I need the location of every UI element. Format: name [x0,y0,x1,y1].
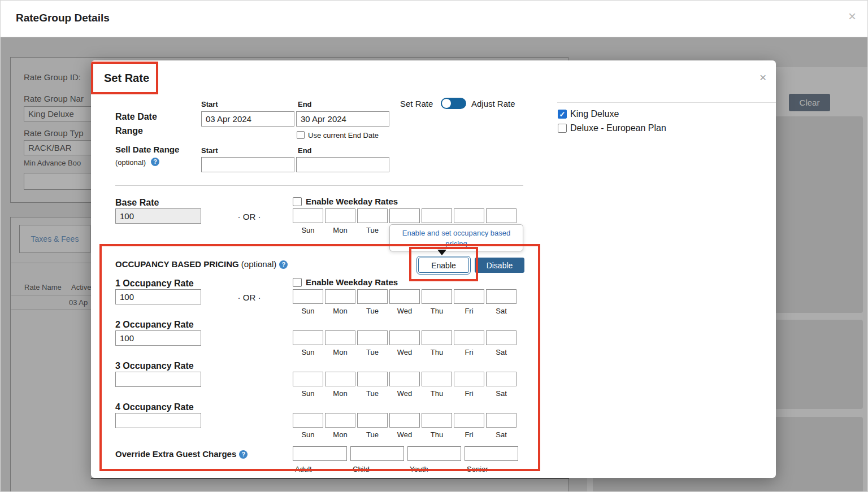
day-label: Wed [389,389,420,398]
occupancy-rate-input[interactable] [115,289,201,304]
occupancy-weekday-inputs [293,330,517,345]
weekday-rate-input[interactable] [422,413,452,428]
override-field-label: Adult [293,465,347,473]
day-label: Fri [454,348,484,356]
weekday-rate-input[interactable] [389,208,420,223]
occupancy-optional-label: (optional) [241,259,277,269]
weekday-rate-input[interactable] [454,289,484,304]
divider [115,185,523,186]
override-field-label: Youth [407,465,461,473]
day-label: Mon [325,307,355,315]
day-label: Sun [293,389,323,398]
weekday-rate-input[interactable] [486,208,517,223]
occupancy-help-icon[interactable]: ? [279,260,288,269]
weekday-rate-input[interactable] [454,330,484,345]
day-label: Tue [357,348,388,356]
day-label: Wed [389,430,420,439]
weekday-rate-input[interactable] [293,413,323,428]
weekday-rate-input[interactable] [454,372,484,386]
weekday-rate-input[interactable] [325,289,355,304]
divider [557,102,776,103]
weekday-rate-input[interactable] [325,330,355,345]
weekday-rate-input[interactable] [293,289,323,304]
weekday-rate-input[interactable] [454,413,484,428]
sell-date-help-icon[interactable]: ? [151,158,159,166]
weekday-rate-input[interactable] [325,372,355,386]
toggle-knob [442,99,451,108]
override-senior-input[interactable] [465,446,518,461]
override-youth-input[interactable] [407,446,461,461]
room-type-label: Deluxe - European Plan [570,123,666,133]
weekday-rate-input[interactable] [389,289,420,304]
weekday-rate-input[interactable] [486,330,517,345]
weekday-rate-input[interactable] [486,289,517,304]
weekday-rate-input[interactable] [357,372,388,386]
disable-button[interactable]: Disable [475,258,524,273]
weekday-rate-input[interactable] [325,413,355,428]
sell-date-start-label: Start [201,146,218,155]
day-label: Tue [357,307,388,315]
rate-date-end-input[interactable] [296,111,389,127]
day-label: Mon [325,389,355,398]
weekday-rate-input[interactable] [357,413,388,428]
occupancy-heading: OCCUPANCY BASED PRICING (optional)? [115,259,288,269]
weekday-rate-input[interactable] [389,372,420,386]
day-label: Mon [325,348,355,356]
close-icon[interactable]: × [848,8,856,24]
weekday-rate-input[interactable] [357,208,388,223]
occupancy-rate-input[interactable] [115,372,201,387]
modal-title: Set Rate [104,72,149,85]
room-type-checkbox-checked[interactable]: ✓ [558,110,567,119]
use-current-end-date-checkbox[interactable] [297,131,305,139]
room-type-checkbox[interactable] [558,124,567,133]
override-field-label: Senior [465,465,518,473]
occupancy-rate-input[interactable] [115,330,201,346]
rate-date-start-input[interactable] [201,111,294,127]
day-label: Fri [454,389,484,398]
override-adult-input[interactable] [293,446,347,461]
weekday-rate-input[interactable] [357,289,388,304]
weekday-rate-input[interactable] [422,330,452,345]
occupancy-weekday-rates-checkbox[interactable] [293,278,302,287]
day-label: Tue [357,226,388,234]
occupancy-weekday-labels: SunMonTueWedThuFriSat [293,307,517,315]
weekday-rate-input[interactable] [389,413,420,428]
weekday-rate-input[interactable] [293,208,323,223]
tooltip: Enable and set occupancy based pricing [389,224,523,251]
day-label: Fri [454,430,484,439]
day-label: Sun [293,307,323,315]
day-label: Wed [389,307,420,315]
set-rate-modal: Set Rate × Start End Rate Date Range Use… [91,60,776,478]
override-extra-guest-label: Override Extra Guest Charges? [115,449,248,459]
base-weekday-rates-checkbox[interactable] [293,197,302,206]
enable-button[interactable]: Enable [418,258,469,273]
sell-date-start-input[interactable] [201,157,294,172]
sell-date-end-input[interactable] [296,157,389,172]
occupancy-or-text: · OR · [232,293,266,302]
override-child-input[interactable] [350,446,404,461]
weekday-rate-input[interactable] [422,372,452,386]
day-label: Sun [293,348,323,356]
weekday-rate-input[interactable] [325,208,355,223]
weekday-rate-input[interactable] [454,208,484,223]
day-label: Thu [422,348,452,356]
weekday-rate-input[interactable] [486,413,517,428]
rate-mode-toggle[interactable] [441,98,466,109]
weekday-rate-input[interactable] [486,372,517,386]
occupancy-weekday-inputs [293,413,517,428]
occupancy-rate-input[interactable] [115,413,201,428]
weekday-rate-input[interactable] [422,208,452,223]
override-help-icon[interactable]: ? [239,450,248,459]
weekday-rate-input[interactable] [389,330,420,345]
day-label: Fri [454,307,484,315]
occupancy-weekday-labels: SunMonTueWedThuFriSat [293,389,517,398]
base-rate-input[interactable] [115,208,201,224]
weekday-rate-input[interactable] [293,372,323,386]
weekday-rate-input[interactable] [422,289,452,304]
day-label: Sat [486,430,517,439]
modal-close-icon[interactable]: × [760,71,766,84]
weekday-rate-input[interactable] [357,330,388,345]
sell-date-range-label: Sell Date Range [115,145,179,154]
weekday-rate-input[interactable] [293,330,323,345]
day-label: Thu [422,389,452,398]
